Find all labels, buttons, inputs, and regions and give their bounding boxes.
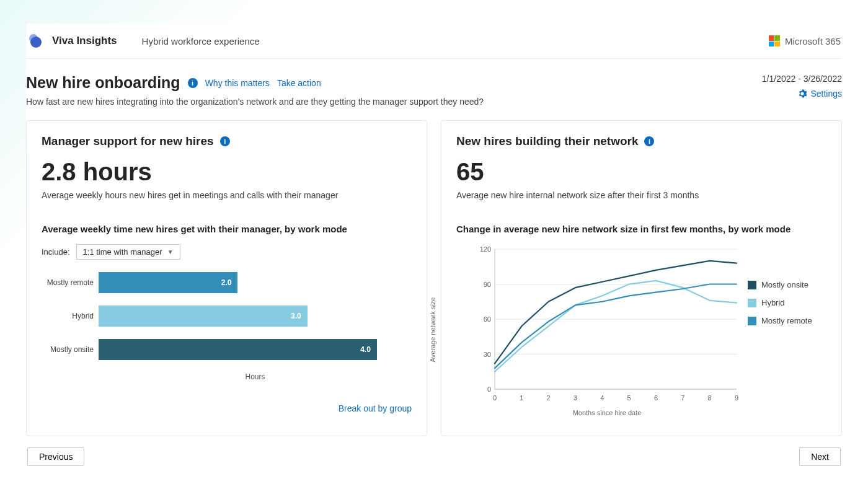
bar-value: 4.0	[99, 339, 377, 360]
info-icon[interactable]: i	[220, 136, 230, 146]
card-right-chart-title: Change in average new hire network size …	[456, 224, 826, 234]
settings-link[interactable]: Settings	[798, 89, 842, 99]
svg-text:3: 3	[574, 394, 577, 402]
legend-item: Hybrid	[748, 298, 812, 307]
info-icon[interactable]: i	[644, 136, 654, 146]
bar-category-label: Hybrid	[42, 312, 99, 320]
bar-row: Mostly onsite4.0	[42, 339, 412, 360]
svg-text:5: 5	[627, 394, 631, 402]
settings-label: Settings	[810, 89, 842, 99]
bar-x-axis-label: Hours	[99, 372, 412, 381]
why-matters-link[interactable]: Why this matters	[205, 78, 270, 88]
viva-logo-icon	[26, 32, 43, 50]
date-range: 1/1/2022 - 3/26/2022	[762, 74, 842, 84]
svg-text:30: 30	[484, 351, 491, 358]
take-action-link[interactable]: Take action	[277, 78, 321, 88]
bar-chart: Mostly remote2.0Hybrid3.0Mostly onsite4.…	[42, 272, 412, 360]
bar-row: Mostly remote2.0	[42, 272, 412, 293]
legend-label: Mostly remote	[761, 316, 812, 325]
include-selected-value: 1:1 time with manager	[83, 247, 162, 257]
page-header: New hire onboarding i Why this matters T…	[26, 59, 842, 112]
svg-text:6: 6	[654, 394, 658, 402]
line-y-axis-label: Average netwark size	[429, 297, 436, 363]
bar-category-label: Mostly onsite	[42, 345, 99, 354]
next-button[interactable]: Next	[799, 447, 841, 466]
info-icon[interactable]: i	[188, 78, 198, 88]
svg-text:7: 7	[681, 394, 684, 402]
legend-item: Mostly remote	[748, 316, 812, 325]
include-select[interactable]: 1:1 time with manager ▼	[76, 244, 180, 260]
card-left-chart-title: Average weekly time new hires get with t…	[42, 224, 412, 234]
legend-swatch	[748, 317, 756, 325]
line-legend: Mostly onsiteHybridMostly remote	[748, 280, 812, 416]
card-left-metric-desc: Average weekly hours new hires get in me…	[42, 190, 412, 200]
page-intro: How fast are new hires integrating into …	[26, 97, 484, 107]
svg-text:120: 120	[480, 245, 491, 253]
card-network: New hires building their network i 65 Av…	[441, 120, 842, 436]
svg-point-1	[30, 37, 42, 48]
svg-text:0: 0	[493, 394, 497, 402]
include-label: Include:	[42, 247, 70, 257]
legend-swatch	[748, 281, 756, 289]
page-title: New hire onboarding	[26, 74, 180, 92]
line-chart: 03060901200123456789	[474, 243, 740, 404]
bar-value: 2.0	[99, 272, 237, 293]
svg-text:1: 1	[520, 394, 523, 402]
card-left-metric: 2.8 hours	[42, 159, 412, 184]
bar-row: Hybrid3.0	[42, 306, 412, 327]
svg-text:9: 9	[735, 394, 738, 402]
card-right-metric-desc: Average new hire internal network size a…	[456, 190, 826, 200]
legend-swatch	[748, 299, 756, 307]
microsoft-logo-icon	[769, 35, 780, 46]
page-subtitle: Hybrid workforce experience	[142, 36, 260, 46]
legend-item: Mostly onsite	[748, 280, 812, 289]
svg-text:90: 90	[484, 281, 491, 288]
svg-text:0: 0	[487, 385, 491, 393]
svg-text:8: 8	[708, 394, 712, 402]
ms365-label: Microsoft 365	[785, 36, 841, 46]
ms365-brand: Microsoft 365	[769, 35, 841, 46]
legend-label: Hybrid	[761, 298, 785, 307]
line-x-axis-label: Months since hire date	[474, 409, 740, 416]
card-right-title: New hires building their network	[456, 134, 638, 148]
legend-label: Mostly onsite	[761, 280, 808, 289]
card-left-title: Manager support for new hires	[42, 134, 214, 148]
app-name: Viva Insights	[52, 35, 117, 47]
bar-category-label: Mostly remote	[42, 278, 99, 287]
previous-button[interactable]: Previous	[27, 447, 84, 466]
bar-value: 3.0	[99, 306, 308, 327]
gear-icon	[798, 89, 807, 98]
topbar: Viva Insights Hybrid workforce experienc…	[26, 24, 842, 59]
chevron-down-icon: ▼	[167, 249, 174, 255]
breakout-link[interactable]: Break out by group	[42, 403, 412, 413]
card-manager-support: Manager support for new hires i 2.8 hour…	[26, 120, 427, 436]
svg-text:2: 2	[547, 394, 551, 402]
svg-text:60: 60	[484, 315, 491, 323]
card-right-metric: 65	[456, 159, 826, 184]
svg-text:4: 4	[600, 394, 604, 402]
